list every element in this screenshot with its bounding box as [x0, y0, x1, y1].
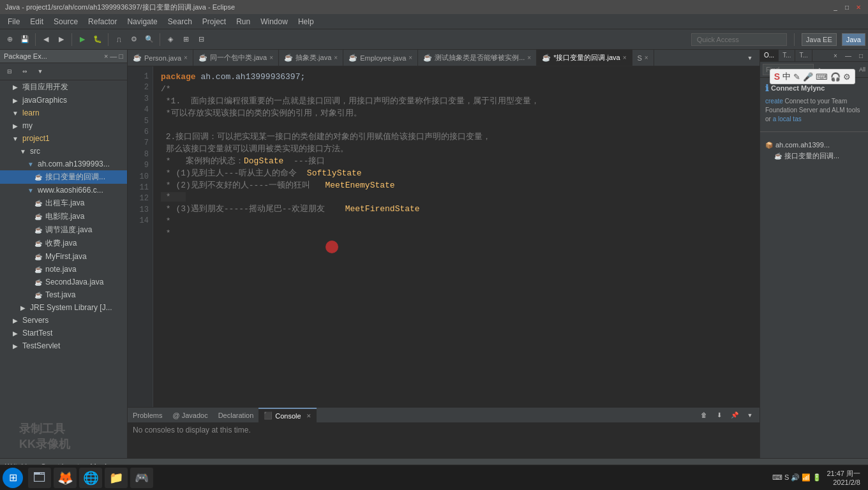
console-scroll-btn[interactable]: ⬇ — [712, 408, 726, 422]
tree-item-fee[interactable]: ☕ 收费.java — [0, 237, 127, 250]
tree-item-starttest[interactable]: ▶ StartTest — [0, 327, 127, 339]
tab-problems[interactable]: Problems — [128, 408, 167, 423]
forward-button[interactable]: ▶ — [54, 33, 68, 47]
run-button[interactable]: ▶ — [75, 33, 89, 47]
menu-edit[interactable]: Edit — [25, 16, 49, 27]
taskbar-item-3[interactable]: 🌐 — [79, 468, 102, 488]
menu-navigate[interactable]: Navigate — [122, 16, 162, 27]
tab-close-s[interactable]: × — [645, 54, 648, 61]
tree-item-secondjava[interactable]: ☕ SecondJava.java — [0, 276, 127, 288]
menu-refactor[interactable]: Refactor — [83, 16, 122, 27]
code-area[interactable]: 1 2 3 4 5 6 7 8 9 10 11 12 13 14 package… — [128, 66, 760, 407]
tree-item-project1[interactable]: ▼ project1 — [0, 132, 127, 145]
tree-item-temperature[interactable]: ☕ 调节温度.java — [0, 223, 127, 237]
tree-item-package-ah[interactable]: ▼ ah.com.ah1399993... — [0, 158, 127, 170]
tab-declaration[interactable]: Declaration — [213, 408, 259, 423]
start-button[interactable]: ⊞ — [3, 468, 23, 488]
taskbar-item-2[interactable]: 🦊 — [54, 468, 77, 488]
tab-javadoc[interactable]: @ Javadoc — [167, 408, 213, 423]
tab-same-package[interactable]: ☕ 同一个包中类.java × — [193, 50, 279, 66]
console-pin-btn[interactable]: 📌 — [728, 408, 742, 422]
tab-test-abstract[interactable]: ☕ 测试抽象类是否能够被实例... × — [418, 50, 537, 66]
java-ee-perspective[interactable]: Java EE — [802, 33, 837, 46]
tab-s[interactable]: S × — [632, 50, 654, 66]
tab-close-interface-callback[interactable]: × — [623, 54, 627, 61]
tree-link-editor[interactable]: ⇔ — [18, 64, 32, 78]
menu-file[interactable]: File — [3, 16, 25, 27]
new-button[interactable]: ⊕ — [3, 33, 17, 47]
tree-item-taxi[interactable]: ☕ 出租车.java — [0, 197, 127, 210]
menu-project[interactable]: Project — [197, 16, 231, 27]
create-link[interactable]: a local tas — [773, 115, 802, 122]
right-tab-task2[interactable]: T... — [795, 50, 812, 61]
sogou-icon-1[interactable]: ✎ — [793, 72, 800, 82]
taskbar-item-1[interactable]: 🗔 — [28, 468, 51, 488]
tree-item-项目应用开发[interactable]: ▶ 项目应用开发 — [0, 80, 127, 94]
tab-close-same-package[interactable]: × — [269, 54, 273, 61]
tree-item-jre-library[interactable]: ▶ JRE System Library [J... — [0, 301, 127, 314]
minimize-button[interactable]: _ — [831, 3, 840, 11]
package-explorer-icons[interactable]: × — □ — [104, 52, 123, 60]
back-button[interactable]: ◀ — [39, 33, 53, 47]
title-bar-controls[interactable]: _ □ ✕ — [831, 3, 863, 11]
tab-interface-callback[interactable]: ☕ *接口变量的回调.java × — [537, 50, 632, 66]
console-clear-btn[interactable]: 🗑 — [697, 408, 711, 422]
tree-item-myfirst[interactable]: ☕ MyFirst.java — [0, 250, 127, 263]
menu-search[interactable]: Search — [163, 16, 197, 27]
right-panel-max[interactable]: □ — [855, 50, 867, 61]
find-all-link[interactable]: All — [859, 66, 865, 73]
taskbar-item-4[interactable]: 📁 — [105, 468, 128, 488]
tree-menu[interactable]: ▼ — [33, 64, 47, 78]
toolbar-btn-1[interactable]: ⎍ — [112, 33, 126, 47]
right-tab-outline[interactable]: O... — [760, 50, 779, 61]
connect-link[interactable]: create — [765, 98, 783, 105]
tree-item-src[interactable]: ▼ src — [0, 145, 127, 158]
tab-console[interactable]: ⬛ Console ✕ — [258, 408, 316, 423]
tab-close-abstract[interactable]: × — [334, 54, 338, 61]
sogou-icon-2[interactable]: 🎤 — [803, 72, 813, 82]
tab-close-test-abstract[interactable]: × — [527, 54, 531, 61]
editor-menu-btn[interactable]: ▼ — [743, 51, 757, 65]
tree-item-my[interactable]: ▶ my — [0, 119, 127, 132]
tab-close-employee[interactable]: × — [408, 54, 412, 61]
collapse-icon[interactable]: × — [104, 52, 108, 60]
right-panel-close[interactable]: × — [830, 50, 841, 61]
code-content[interactable]: package ah.com.ah13999936397; /* *1. 面向接… — [153, 66, 760, 407]
tree-item-servers[interactable]: ▶ Servers — [0, 314, 127, 327]
tree-collapse-all[interactable]: ⊟ — [3, 64, 17, 78]
console-menu-btn[interactable]: ▼ — [743, 408, 757, 422]
tab-abstract[interactable]: ☕ 抽象类.java × — [279, 50, 343, 66]
tree-item-interface-file[interactable]: ☕ 接口变量的回调... — [0, 170, 127, 184]
toolbar-btn-5[interactable]: ⊞ — [179, 33, 193, 47]
right-tree-file[interactable]: ☕ 接口变量的回调... — [765, 150, 863, 162]
maximize-button[interactable]: □ — [842, 3, 851, 11]
console-tab-close[interactable]: ✕ — [306, 413, 311, 419]
menu-help[interactable]: Help — [293, 16, 319, 27]
toolbar-btn-2[interactable]: ⚙ — [127, 33, 141, 47]
toolbar-btn-6[interactable]: ⊟ — [194, 33, 208, 47]
sogou-icon-3[interactable]: ⌨ — [816, 72, 828, 82]
menu-window[interactable]: Window — [255, 16, 293, 27]
sogou-icon-4[interactable]: 🎧 — [830, 72, 841, 82]
menu-source[interactable]: Source — [49, 16, 83, 27]
right-tree-package[interactable]: 📦 ah.com.ah1399... — [765, 140, 863, 150]
tree-item-testservlet[interactable]: ▶ TestServlet — [0, 339, 127, 352]
tab-person[interactable]: ☕ Person.java × — [128, 50, 193, 66]
quick-access-input[interactable] — [691, 33, 787, 46]
tree-item-cinema[interactable]: ☕ 电影院.java — [0, 210, 127, 223]
tree-item-note[interactable]: ☕ note.java — [0, 263, 127, 276]
debug-button[interactable]: 🐛 — [91, 33, 105, 47]
maximize-panel-icon[interactable]: □ — [119, 52, 123, 60]
tree-item-test[interactable]: ☕ Test.java — [0, 288, 127, 301]
right-tab-task1[interactable]: T... — [779, 50, 795, 61]
sogou-icon-5[interactable]: ⚙ — [843, 72, 851, 82]
minimize-panel-icon[interactable]: — — [110, 52, 117, 60]
tab-close-person[interactable]: × — [184, 54, 188, 61]
right-panel-min[interactable]: — — [842, 50, 854, 61]
tab-employee[interactable]: ☕ Employee.java × — [343, 50, 418, 66]
save-button[interactable]: 💾 — [18, 33, 32, 47]
taskbar-item-5[interactable]: 🎮 — [130, 468, 153, 488]
toolbar-btn-3[interactable]: 🔍 — [142, 33, 156, 47]
tree-item-javaGraphics[interactable]: ▶ javaGraphics — [0, 94, 127, 107]
toolbar-btn-4[interactable]: ◈ — [163, 33, 177, 47]
